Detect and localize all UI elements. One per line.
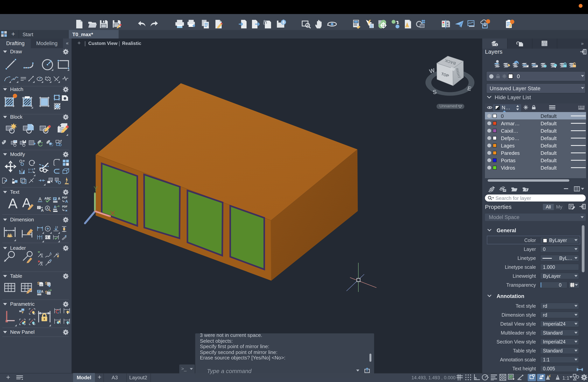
svg-text:x: x <box>64 234 66 237</box>
svg-text:PDF: PDF <box>62 196 67 199</box>
svg-text:PDF: PDF <box>62 205 67 208</box>
svg-text:ABC: ABC <box>44 196 51 200</box>
svg-text:|: | <box>84 40 86 46</box>
svg-text:A: A <box>38 196 42 202</box>
svg-text:+: + <box>77 40 81 46</box>
svg-text:A: A <box>8 196 18 211</box>
svg-text:Custom View: Custom View <box>88 41 118 46</box>
svg-text:.1: .1 <box>48 236 50 239</box>
svg-text:Realistic: Realistic <box>122 41 141 46</box>
svg-text:|: | <box>119 40 120 46</box>
svg-text:i: i <box>496 43 497 46</box>
svg-text:A: A <box>58 196 60 200</box>
svg-text:A: A <box>53 205 56 209</box>
svg-text:Unnamed: Unnamed <box>440 104 457 108</box>
svg-text:A: A <box>65 199 68 203</box>
svg-text:A: A <box>41 208 43 212</box>
svg-text:A: A <box>46 206 48 210</box>
svg-text:A: A <box>41 289 43 293</box>
